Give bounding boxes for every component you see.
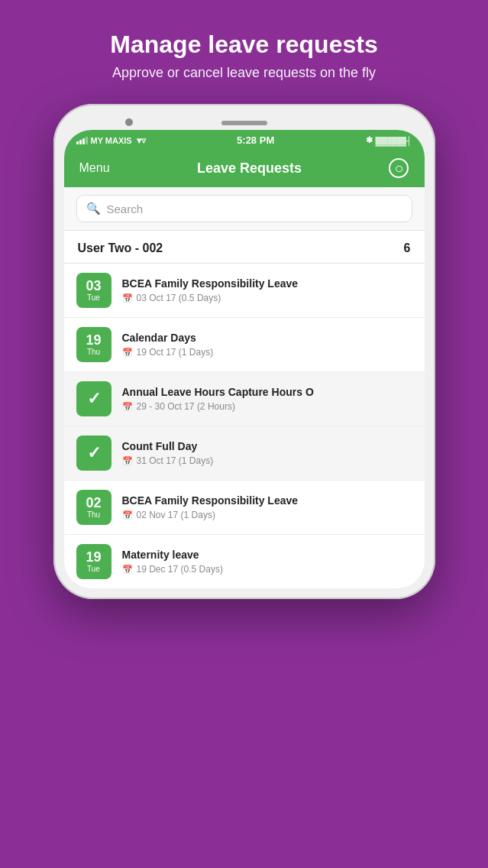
wifi-icon: ▾▿ xyxy=(137,135,146,146)
speaker xyxy=(221,121,267,125)
front-camera xyxy=(125,118,133,126)
leave-item[interactable]: ✓ Count Full Day 📅 31 Oct 17 (1 Days) xyxy=(64,426,425,481)
leave-title: Maternity leave xyxy=(122,549,412,561)
phone-shell: MY MAXIS ▾▿ 5:28 PM ✱ ▓▓▓▓▓┤ Menu Leave … xyxy=(53,104,435,599)
page-header: Manage leave requests Approve or cancel … xyxy=(79,0,408,96)
leave-badge-date: 19 Thu xyxy=(76,327,111,362)
page-subtitle: Approve or cancel leave requests on the … xyxy=(110,65,377,81)
leave-title: Annual Leave Hours Capture Hours O xyxy=(122,386,412,398)
leave-item[interactable]: 03 Tue BCEA Family Responsibility Leave … xyxy=(64,264,425,318)
menu-button[interactable]: Menu xyxy=(79,161,110,175)
status-right: ✱ ▓▓▓▓▓┤ xyxy=(366,135,412,145)
status-bar: MY MAXIS ▾▿ 5:28 PM ✱ ▓▓▓▓▓┤ xyxy=(64,130,425,151)
leave-item[interactable]: 02 Thu BCEA Family Responsibility Leave … xyxy=(64,481,425,535)
phone-screen: MY MAXIS ▾▿ 5:28 PM ✱ ▓▓▓▓▓┤ Menu Leave … xyxy=(64,130,425,588)
leave-badge-date: 03 Tue xyxy=(76,273,111,308)
user-header: User Two - 002 6 xyxy=(64,231,425,264)
calendar-icon: 📅 xyxy=(122,402,133,412)
battery-icon: ▓▓▓▓▓┤ xyxy=(376,136,412,145)
leave-item[interactable]: 19 Thu Calendar Days 📅 19 Oct 17 (1 Days… xyxy=(64,318,425,372)
leave-title: Count Full Day xyxy=(122,440,412,452)
calendar-icon: 📅 xyxy=(122,348,133,358)
time-label: 5:28 PM xyxy=(237,134,274,146)
leave-date: 📅 29 - 30 Oct 17 (2 Hours) xyxy=(122,401,412,412)
calendar-icon: 📅 xyxy=(122,510,133,520)
add-icon[interactable]: ○ xyxy=(389,158,409,178)
search-input[interactable]: 🔍 Search xyxy=(76,195,412,222)
nav-bar: Menu Leave Requests ○ xyxy=(64,151,425,187)
leave-date: 📅 19 Oct 17 (1 Days) xyxy=(122,347,412,358)
leave-info: Maternity leave 📅 19 Dec 17 (0.5 Days) xyxy=(122,549,412,575)
leave-info: Count Full Day 📅 31 Oct 17 (1 Days) xyxy=(122,440,412,466)
user-name: User Two - 002 xyxy=(78,241,163,255)
leave-date: 📅 02 Nov 17 (1 Days) xyxy=(122,510,412,520)
page-title: Manage leave requests xyxy=(110,31,377,59)
search-bar: 🔍 Search xyxy=(64,187,425,231)
leave-title: BCEA Family Responsibility Leave xyxy=(122,494,412,507)
leave-title: Calendar Days xyxy=(122,332,412,344)
user-count: 6 xyxy=(404,241,411,255)
calendar-icon: 📅 xyxy=(122,456,133,466)
leave-info: Calendar Days 📅 19 Oct 17 (1 Days) xyxy=(122,332,412,358)
search-icon: 🔍 xyxy=(86,202,101,215)
leave-item[interactable]: 19 Tue Maternity leave 📅 19 Dec 17 (0.5 … xyxy=(64,535,425,588)
leave-item[interactable]: ✓ Annual Leave Hours Capture Hours O 📅 2… xyxy=(64,372,425,426)
leave-title: BCEA Family Responsibility Leave xyxy=(122,277,412,290)
leave-badge-date: 02 Thu xyxy=(76,490,111,525)
signal-icon xyxy=(76,137,88,144)
bluetooth-icon: ✱ xyxy=(366,135,373,145)
leave-info: BCEA Family Responsibility Leave 📅 03 Oc… xyxy=(122,277,412,303)
calendar-icon: 📅 xyxy=(122,293,133,303)
leave-list: 03 Tue BCEA Family Responsibility Leave … xyxy=(64,264,425,588)
calendar-icon: 📅 xyxy=(122,565,133,575)
leave-badge-check: ✓ xyxy=(76,381,111,416)
leave-date: 📅 03 Oct 17 (0.5 Days) xyxy=(122,293,412,303)
leave-info: Annual Leave Hours Capture Hours O 📅 29 … xyxy=(122,386,412,412)
leave-info: BCEA Family Responsibility Leave 📅 02 No… xyxy=(122,494,412,520)
leave-badge-date: 19 Tue xyxy=(76,544,111,579)
leave-date: 📅 31 Oct 17 (1 Days) xyxy=(122,455,412,466)
leave-date: 📅 19 Dec 17 (0.5 Days) xyxy=(122,564,412,575)
search-placeholder: Search xyxy=(107,202,144,215)
nav-title: Leave Requests xyxy=(197,160,302,177)
leave-badge-check: ✓ xyxy=(76,436,111,471)
carrier-label: MY MAXIS xyxy=(91,136,132,145)
